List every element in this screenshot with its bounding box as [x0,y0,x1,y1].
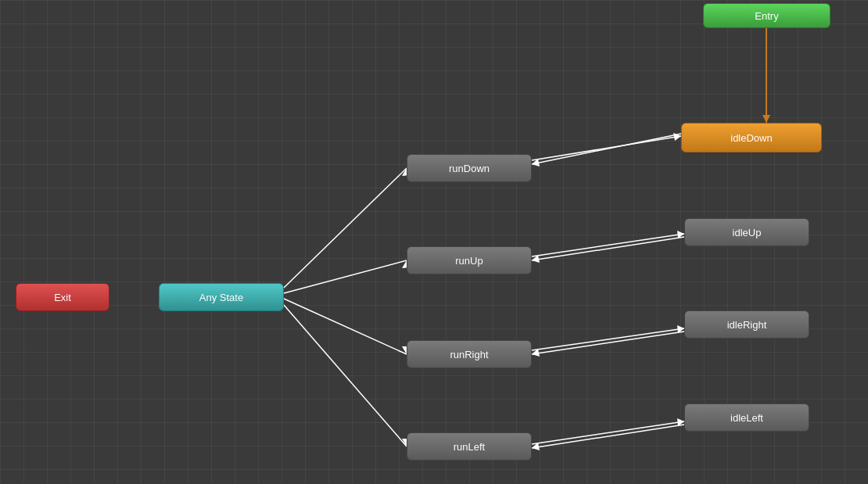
anystate-node-label: Any State [199,292,243,303]
rundown-node-label: runDown [449,163,490,174]
exit-node-label: Exit [54,292,71,303]
idleright-node-label: idleRight [727,319,767,331]
runright-node-label: runRight [450,349,488,360]
rundown-node[interactable]: runDown [407,154,532,182]
runleft-node-label: runLeft [454,441,485,453]
runup-node-label: runUp [455,255,482,267]
idleleft-node[interactable]: idleLeft [684,403,809,432]
runright-node[interactable]: runRight [407,340,532,368]
entry-node-label: Entry [755,10,778,22]
anystate-node[interactable]: Any State [159,283,284,311]
runleft-node[interactable]: runLeft [407,432,532,461]
idledown-node-label: idleDown [730,132,772,144]
runup-node[interactable]: runUp [407,246,532,274]
idleright-node[interactable]: idleRight [684,310,809,339]
idleup-node-label: idleUp [733,227,762,238]
idleleft-node-label: idleLeft [730,412,763,424]
idleup-node[interactable]: idleUp [684,218,809,246]
idledown-node[interactable]: idleDown [681,123,822,152]
exit-node[interactable]: Exit [16,283,109,311]
entry-node[interactable]: Entry [703,3,830,28]
